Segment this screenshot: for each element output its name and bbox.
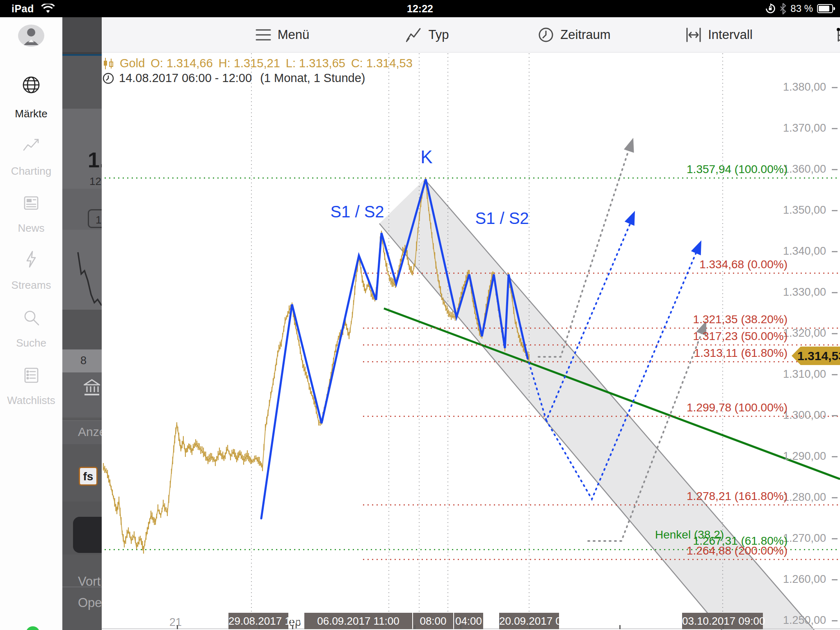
- legend-high: H: 1.315,21: [219, 57, 280, 70]
- fib-level-label: 1.317,23 (50.00%): [693, 330, 788, 343]
- fib-level-label: 1.278,21 (161.80%): [687, 490, 788, 503]
- avatar-icon: [18, 24, 45, 48]
- toolbar-item-typ[interactable]: Typ: [378, 17, 477, 52]
- background-bank-row: [62, 372, 102, 418]
- toolbar-item-intervall[interactable]: Intervall: [670, 17, 768, 52]
- background-panel-toolbar: [62, 17, 102, 52]
- y-axis-label: 1.290,00: [771, 450, 826, 463]
- sidebar-item-news[interactable]: News: [0, 193, 62, 237]
- projection-blue-2: [546, 246, 699, 499]
- bank-icon: [84, 379, 100, 396]
- y-axis-tick: [832, 292, 838, 293]
- accent-line: [62, 54, 102, 56]
- sidebar-item-label: Suche: [0, 337, 62, 349]
- y-axis-tick: [832, 128, 838, 129]
- chart-toolbar: MenüTypZeitraumIntervallObjekte: [102, 17, 840, 52]
- partial-row-number: 8: [80, 354, 87, 367]
- chart-type-icon: [406, 27, 422, 43]
- watchlist-icon: [22, 365, 41, 384]
- sidebar-item-charting[interactable]: Charting: [0, 136, 62, 180]
- battery-percent: 83 %: [790, 3, 813, 14]
- fib-level-label: 1.313,11 (61.80%): [694, 347, 788, 360]
- y-axis-tick: [832, 333, 838, 334]
- y-axis-label: 1.310,00: [771, 368, 826, 381]
- annotation-s1s2-left: S1 / S2: [316, 203, 398, 221]
- projection-blue-1: [527, 218, 632, 420]
- objects-icon: [835, 27, 840, 43]
- background-button-row: 1: [62, 189, 102, 230]
- background-vortag-row: Vort: [62, 555, 102, 587]
- clock-icon: [103, 73, 114, 84]
- toolbar-item-label: Menü: [278, 27, 310, 42]
- gold-price-line: [103, 182, 529, 550]
- last-price-badge: 1.314,53: [792, 347, 840, 365]
- x-axis-tick: [177, 625, 178, 629]
- background-fs-row: fs P: [62, 444, 102, 502]
- y-axis-tick: [832, 579, 838, 580]
- y-axis-tick: [832, 251, 838, 252]
- x-axis-tick: [292, 625, 293, 629]
- x-axis-tick: [529, 625, 530, 629]
- x-axis-tick: [359, 625, 361, 629]
- legend-granularity: (1 Monat, 1 Stunde): [260, 71, 365, 85]
- y-axis-label: 1.260,00: [771, 573, 826, 586]
- partial-dark-button: [73, 517, 102, 553]
- sidebar-item-label: Watchlists: [0, 394, 62, 407]
- legend-symbol: Gold: [120, 57, 145, 70]
- sidebar-item-label: Charting: [0, 165, 62, 178]
- avatar[interactable]: [0, 24, 62, 48]
- partial-anzeige-label: Anze: [78, 425, 102, 439]
- y-axis-tick: [832, 415, 838, 416]
- globe-icon: [22, 75, 41, 94]
- x-axis-tick: [460, 625, 461, 629]
- interval-icon: [685, 27, 702, 43]
- y-axis-tick: [832, 456, 838, 457]
- clock-time: 12:22: [0, 3, 840, 15]
- fs-logo-label: fs: [83, 470, 94, 483]
- ohlc-legend: Gold O: 1.314,66 H: 1.315,21 L: 1.313,65…: [103, 57, 413, 70]
- x-axis-time-badge: 06.09.2017 11:00: [304, 613, 412, 629]
- clock-icon: [538, 27, 554, 43]
- y-axis-tick: [832, 497, 838, 498]
- fib-level-label: 1.264,88 (200.00%): [687, 544, 788, 557]
- connection-status-dot: [26, 626, 40, 630]
- sparkline-icon: [62, 230, 102, 310]
- background-anzeige-row: Anze: [62, 420, 102, 445]
- sidebar-item-watchlists[interactable]: Watchlists: [0, 365, 62, 409]
- annotation-k-label: K: [416, 147, 437, 167]
- partial-toggle-button: 1: [88, 209, 102, 228]
- toolbar-item-menu[interactable]: Menü: [233, 17, 331, 52]
- sidebar-item-suche[interactable]: Suche: [0, 308, 62, 352]
- partial-quote-time: 12: [89, 175, 101, 188]
- y-axis-tick: [832, 538, 838, 539]
- sidebar-item-label: Streams: [0, 279, 62, 292]
- elliott-wave-zigzag: [261, 179, 527, 518]
- arrowhead-icon: [624, 138, 634, 153]
- projection-gray-1: [539, 144, 631, 357]
- background-button-block: [62, 516, 102, 555]
- rotation-lock-icon: [765, 3, 776, 14]
- toolbar-item-zeitraum[interactable]: Zeitraum: [525, 17, 623, 52]
- background-row-8: 8: [62, 349, 102, 372]
- sidebar-item-streams[interactable]: Streams: [0, 250, 62, 294]
- sidebar-item-maerkte[interactable]: Märkte: [0, 75, 62, 122]
- fib-level-label: 1.334,68 (0.00%): [699, 258, 788, 271]
- sidebar-item-label: News: [0, 222, 62, 235]
- annotation-s1s2-right: S1 / S2: [461, 209, 543, 228]
- lightning-icon: [22, 250, 41, 269]
- toolbar-item-objekte[interactable]: Objekte: [819, 17, 840, 52]
- x-axis-tick: [619, 625, 621, 629]
- toolbar-item-label: Intervall: [708, 27, 753, 42]
- projection-gray-2: [588, 327, 704, 541]
- fib-level-label: 1.321,35 (38.20%): [693, 313, 788, 326]
- trend-channel-lower-edge: [379, 224, 722, 630]
- x-axis-time-badge: 04:00: [454, 613, 483, 629]
- background-panel-edge: 1. 12 1 8 Anze fs P Vort Ope: [62, 17, 102, 630]
- hamburger-icon: [255, 27, 272, 43]
- bluetooth-icon: [780, 3, 786, 14]
- fs-logo: fs: [79, 467, 98, 486]
- background-gap: [62, 310, 102, 349]
- y-axis-tick: [832, 210, 838, 211]
- sidebar-item-label: Märkte: [0, 107, 62, 120]
- y-axis-label: 1.330,00: [771, 286, 826, 299]
